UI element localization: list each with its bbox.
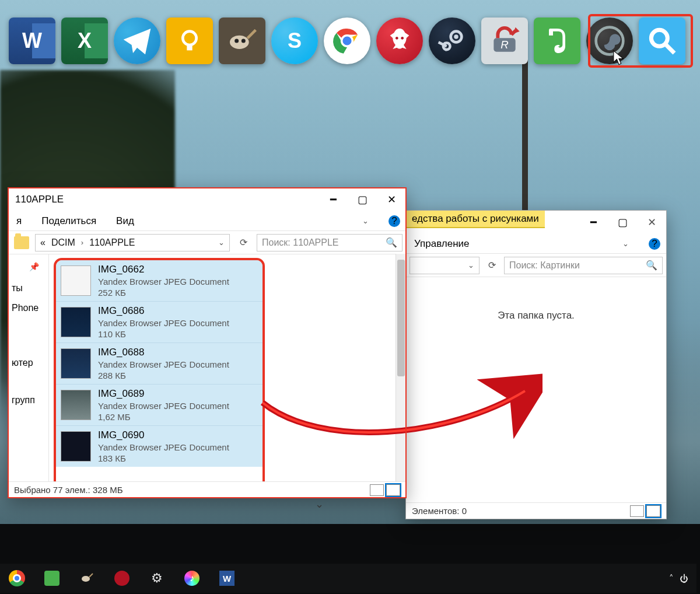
ribbon-collapse-icon[interactable]: ⌄: [362, 216, 369, 225]
cursor-icon: [612, 50, 625, 67]
gimp-icon[interactable]: [78, 569, 96, 587]
tab-partial-left[interactable]: я: [16, 215, 22, 227]
minimize-button[interactable]: ━: [318, 188, 348, 211]
file-size: 183 КБ: [98, 453, 229, 463]
breadcrumb-item[interactable]: DCIM: [51, 237, 75, 248]
refresh-button[interactable]: ⟳: [484, 257, 499, 274]
file-type: Yandex Browser JPEG Document: [98, 442, 229, 452]
search-icon[interactable]: 🔍: [386, 237, 397, 248]
titlebar[interactable]: 110APPLE ━ ▢ ✕: [8, 188, 406, 211]
file-item[interactable]: IMG_0662Yandex Browser JPEG Document252 …: [56, 260, 262, 301]
search-placeholder: Поиск: 110APPLE: [262, 237, 339, 248]
maximize-button[interactable]: ▢: [608, 211, 637, 234]
status-text: Выбрано 77 элем.: 328 МБ: [14, 485, 123, 495]
file-size: 252 КБ: [98, 288, 229, 298]
ribbon-tabs: Управление ⌄ ?: [406, 234, 666, 254]
tray-overflow-icon[interactable]: ˄: [669, 573, 674, 583]
svg-point-0: [183, 32, 196, 45]
window-title: 110APPLE: [8, 194, 318, 205]
help-icon[interactable]: ?: [388, 215, 400, 227]
file-name: IMG_0689: [98, 388, 229, 400]
search-placeholder: Поиск: Картинки: [509, 260, 580, 271]
folder-icon[interactable]: [14, 236, 29, 249]
file-type: Yandex Browser JPEG Document: [98, 359, 229, 369]
search-input[interactable]: Поиск: Картинки 🔍: [504, 257, 663, 274]
telegram-icon[interactable]: [114, 18, 160, 64]
breadcrumb-prefix: «: [40, 237, 46, 248]
chevron-down-icon[interactable]: ⌄: [315, 498, 324, 511]
empty-folder-label: Эта папка пуста.: [406, 310, 666, 322]
address-bar[interactable]: ⌄: [410, 257, 480, 274]
view-details-button[interactable]: [630, 505, 644, 517]
annotation-file-selection: IMG_0662Yandex Browser JPEG Document252 …: [54, 258, 265, 481]
breadcrumb-item[interactable]: 110APPLE: [89, 237, 135, 248]
refresh-button[interactable]: ⟳: [236, 234, 251, 251]
close-button[interactable]: ✕: [637, 211, 666, 234]
excel-icon[interactable]: X: [61, 18, 108, 64]
search-input[interactable]: Поиск: 110APPLE 🔍: [257, 234, 402, 251]
word-icon[interactable]: W: [9, 18, 55, 64]
help-icon[interactable]: ?: [649, 238, 660, 250]
file-name: IMG_0662: [98, 264, 229, 275]
view-tiles-button[interactable]: [386, 484, 400, 496]
svg-point-9: [401, 37, 404, 40]
maximize-button[interactable]: ▢: [348, 188, 377, 211]
file-type: Yandex Browser JPEG Document: [98, 401, 229, 411]
tab-view[interactable]: Вид: [116, 215, 134, 227]
file-list-area[interactable]: IMG_0662Yandex Browser JPEG Document252 …: [8, 254, 406, 481]
daemon-tools-icon[interactable]: [376, 18, 423, 64]
ribbon-collapse-icon[interactable]: ⌄: [622, 239, 629, 248]
search-icon[interactable]: 🔍: [646, 260, 657, 271]
keep-icon[interactable]: [166, 18, 213, 64]
reference-icon[interactable]: R: [481, 18, 528, 64]
view-tiles-button[interactable]: [646, 505, 660, 517]
chevron-down-icon[interactable]: ⌄: [218, 238, 225, 247]
chevron-down-icon[interactable]: ⌄: [468, 261, 474, 270]
file-name: IMG_0688: [98, 347, 229, 358]
vertical-scrollbar[interactable]: [396, 254, 406, 481]
settings-icon[interactable]: ⚙: [148, 569, 166, 587]
svg-rect-1: [187, 45, 192, 50]
file-type: Yandex Browser JPEG Document: [98, 277, 229, 286]
file-thumbnail: [61, 431, 91, 462]
status-bar: Элементов: 0: [406, 502, 666, 519]
chrome-icon[interactable]: [8, 569, 26, 587]
file-name: IMG_0686: [98, 305, 229, 317]
explorer-window-target[interactable]: едства работы с рисунками ━ ▢ ✕ Управлен…: [405, 210, 667, 519]
address-bar-row: « DCIM › 110APPLE ⌄ ⟳ Поиск: 110APPLE 🔍: [8, 231, 406, 254]
steam-icon[interactable]: [429, 18, 475, 64]
explorer-window-source[interactable]: 110APPLE ━ ▢ ✕ я Поделиться Вид ⌄ ? « DC…: [8, 187, 407, 498]
view-details-button[interactable]: [370, 484, 384, 496]
ribbon-contextual-tab[interactable]: едства работы с рисунками: [406, 211, 545, 228]
address-bar[interactable]: « DCIM › 110APPLE ⌄: [35, 234, 230, 251]
taskbar[interactable]: ⚙ W ˄ ⏻: [0, 564, 696, 593]
tab-share[interactable]: Поделиться: [41, 215, 96, 227]
scrollbar-thumb[interactable]: [397, 260, 405, 376]
file-item[interactable]: IMG_0686Yandex Browser JPEG Document110 …: [56, 301, 262, 343]
skype-icon[interactable]: S: [271, 18, 318, 64]
system-tray[interactable]: ˄ ⏻: [669, 573, 688, 583]
chrome-icon[interactable]: [324, 18, 370, 64]
file-thumbnail: [61, 390, 91, 420]
svg-point-2: [230, 36, 249, 49]
file-size: 288 КБ: [98, 371, 229, 380]
word-icon[interactable]: W: [218, 569, 236, 587]
gimp-icon[interactable]: [219, 18, 265, 64]
evernote-icon[interactable]: [534, 18, 580, 64]
file-item[interactable]: IMG_0688Yandex Browser JPEG Document288 …: [56, 343, 262, 384]
svg-text:R: R: [501, 39, 508, 51]
file-item[interactable]: IMG_0689Yandex Browser JPEG Document1,62…: [56, 384, 262, 425]
close-button[interactable]: ✕: [377, 188, 406, 211]
minimize-button[interactable]: ━: [579, 211, 608, 234]
daemon-tools-icon[interactable]: [113, 569, 131, 587]
svg-point-8: [396, 37, 398, 40]
evernote-icon[interactable]: [43, 569, 61, 587]
ribbon-tabs: я Поделиться Вид ⌄ ?: [8, 211, 406, 231]
status-bar: Выбрано 77 элем.: 328 МБ: [8, 481, 406, 498]
file-thumbnail: [61, 265, 91, 296]
tray-power-icon[interactable]: ⏻: [680, 574, 688, 583]
tab-manage[interactable]: Управление: [414, 238, 470, 250]
itunes-icon[interactable]: [183, 569, 201, 587]
svg-point-18: [82, 576, 90, 582]
file-item[interactable]: IMG_0690Yandex Browser JPEG Document183 …: [56, 425, 262, 467]
